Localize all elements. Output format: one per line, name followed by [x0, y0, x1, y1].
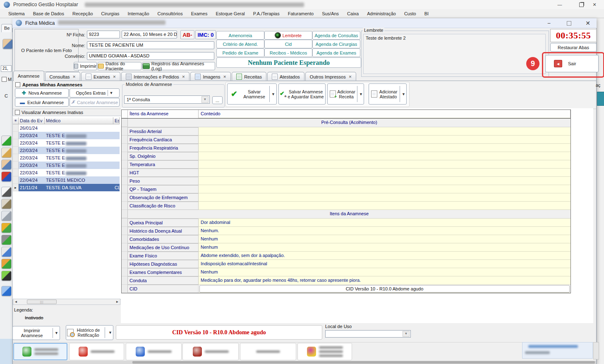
- menu-item-14[interactable]: BI: [420, 10, 433, 17]
- reminder-textbox[interactable]: Teste de lembrete 2: [363, 34, 546, 74]
- dados-do-paciente-button[interactable]: Dados do Paciente: [98, 62, 141, 70]
- menu-item-2[interactable]: Recepção: [68, 10, 97, 17]
- grid-item-content[interactable]: Nenhum: [199, 243, 570, 252]
- notes-icon[interactable]: [1, 187, 12, 197]
- ficha-close-button[interactable]: ✕: [582, 19, 594, 27]
- row-selector[interactable]: [13, 124, 19, 132]
- grid-item-label[interactable]: Hipóteses Diagnósticas: [128, 260, 199, 268]
- grid-item-content[interactable]: CID Versão 10 - R10.0 Abdome agudo: [199, 285, 570, 293]
- anamnese-list-row[interactable]: 22/03/24TESTE E: [13, 139, 120, 147]
- quick-button-cid[interactable]: Cid: [264, 40, 312, 48]
- search-compass-icon[interactable]: [1, 271, 12, 281]
- taskbar-item-3[interactable]: [126, 343, 182, 360]
- grid-row[interactable]: Classificação de Risco: [122, 202, 570, 210]
- row-selector[interactable]: [13, 162, 19, 169]
- grid-item-label[interactable]: Exame Físico: [128, 252, 199, 260]
- registros-anamneses-button[interactable]: Registros das Anamneses (Log): [142, 62, 215, 70]
- row-selector[interactable]: [13, 147, 19, 154]
- statistics-pie-icon[interactable]: [1, 223, 12, 233]
- row-selector[interactable]: [13, 154, 19, 162]
- menu-item-5[interactable]: Consultórios: [153, 10, 187, 17]
- convenio-field[interactable]: UNIMED GOIANIA - ASDASD: [87, 52, 214, 60]
- grid-item-label[interactable]: Comorbidades: [128, 235, 199, 243]
- tab-internacoes-e-pedidos[interactable]: Internações e Pedidos✕: [121, 72, 189, 81]
- grid-item-label[interactable]: Conduta: [128, 276, 199, 285]
- tab-anamnese[interactable]: Anamnese: [13, 71, 44, 81]
- imprimir-anamnese-button[interactable]: Imprimir Anamnese ▼: [12, 326, 60, 340]
- grid-item-label[interactable]: Queixa Principal: [128, 219, 199, 227]
- row-selector[interactable]: ▸: [13, 184, 19, 191]
- grid-row[interactable]: ComorbidadesNenhum: [122, 235, 570, 243]
- tab-consultas[interactable]: Consultas✕: [45, 72, 80, 81]
- ficha-maximize-button[interactable]: [563, 19, 575, 27]
- grid-item-content[interactable]: [199, 152, 570, 160]
- menu-item-10[interactable]: Sus/Ans: [318, 10, 343, 17]
- grid-row[interactable]: Temperatura: [122, 160, 570, 169]
- anamnese-list-row[interactable]: 22/03/24TESTE E: [13, 154, 120, 162]
- quick-button-lembrete[interactable]: Lembrete: [264, 31, 312, 40]
- grid-item-content[interactable]: Dor abdominal: [199, 219, 570, 227]
- menu-item-4[interactable]: Internação: [124, 10, 153, 17]
- background-tab[interactable]: Be: [1, 24, 12, 32]
- tab-close-icon[interactable]: ✕: [349, 75, 352, 79]
- anamnese-list-row[interactable]: 26/01/24: [13, 124, 120, 132]
- taskbar-item-2[interactable]: [69, 343, 124, 360]
- date-column-header[interactable]: Data do Ev: [19, 117, 45, 124]
- modelo-combobox[interactable]: 1ª Consulta▼: [124, 95, 210, 104]
- person-icon[interactable]: [2, 39, 13, 49]
- grid-row[interactable]: CondutaMedicação para dor, aguardar pelo…: [122, 276, 570, 285]
- grid-row[interactable]: QP - Triagem: [122, 185, 570, 193]
- menu-item-13[interactable]: Custo: [400, 10, 420, 17]
- row-selector[interactable]: [13, 132, 19, 139]
- grid-item-content[interactable]: [199, 144, 570, 152]
- edit-pencil-icon[interactable]: [1, 247, 12, 257]
- grid-row[interactable]: Peso: [122, 177, 570, 185]
- opcoes-extras-button[interactable]: Opções Extras▼: [70, 88, 120, 98]
- grid-row[interactable]: Exames ComplementaresNenhum: [122, 268, 570, 276]
- close-button[interactable]: ✕: [587, 0, 602, 9]
- anamnese-list-row[interactable]: 22/04/24TESTE01 MEDICO: [13, 176, 120, 184]
- local-de-uso-combobox[interactable]: ▼: [325, 330, 411, 338]
- grid-item-content[interactable]: [199, 169, 570, 177]
- cancelar-anamnese-button[interactable]: ✗Cancelar Anamnese: [70, 98, 120, 107]
- grid-item-content[interactable]: Abdome extendido, sem dor à apalpação.: [199, 252, 570, 260]
- taskbar-vscrollbar[interactable]: [593, 342, 599, 359]
- quick-button-agenda-de-cirurgias[interactable]: Agenda de Cirurgias: [312, 40, 360, 48]
- grid-item-content[interactable]: Medicação para dor, aguardar pelo menos …: [199, 276, 570, 285]
- imprimir-button[interactable]: Imprimir: [74, 62, 97, 70]
- taskbar-item-5[interactable]: [240, 343, 296, 360]
- anamnese-list-row[interactable]: 22/03/24TESTE E: [13, 169, 120, 176]
- tab-imagens[interactable]: Imagens✕: [190, 72, 231, 81]
- grid-row[interactable]: Sp. Oxigênio: [122, 152, 570, 160]
- grid-row[interactable]: Frequência Cardíaca: [122, 136, 570, 144]
- grid-item-label[interactable]: CID: [128, 285, 199, 293]
- row-selector[interactable]: [13, 176, 19, 184]
- row-selector[interactable]: [13, 139, 19, 147]
- ficha-minimize-button[interactable]: –: [543, 19, 555, 27]
- nova-anamnese-button[interactable]: ✚Nova Anamnese: [15, 88, 69, 98]
- anamnese-list-row[interactable]: 22/03/24TESTE E: [13, 147, 120, 154]
- esp-column-header[interactable]: Esp: [113, 117, 120, 124]
- grid-row[interactable]: CIDCID Versão 10 - R10.0 Abdome agudo: [122, 285, 570, 293]
- quick-button-amenorreia[interactable]: Amenorreia: [216, 31, 264, 40]
- anamnese-list-row[interactable]: ▸21/11/24TESTE DA SILVACLI: [13, 184, 120, 191]
- grid-item-label[interactable]: Exames Complementares: [128, 268, 199, 276]
- grid-row[interactable]: Observação de Enfermagem: [122, 193, 570, 202]
- historico-retificacao-button[interactable]: Histórico de Retificação ▼: [66, 325, 113, 340]
- grid-row[interactable]: HGT: [122, 169, 570, 177]
- grid-item-label[interactable]: HGT: [128, 169, 199, 177]
- tab-receitas[interactable]: Receitas: [232, 72, 266, 81]
- minimize-button[interactable]: —: [553, 0, 567, 9]
- inativas-checkbox[interactable]: [15, 110, 20, 115]
- grid-row[interactable]: Exame FísicoAbdome extendido, sem dor à …: [122, 252, 570, 260]
- grid-row[interactable]: Queixa PrincipalDor abdominal: [122, 219, 570, 227]
- grid-item-content[interactable]: [199, 177, 570, 185]
- doctor-icon[interactable]: [1, 159, 12, 170]
- patient-name-field[interactable]: TESTE DE PACIENTE UM: [87, 41, 214, 49]
- ficha-number-field[interactable]: 9223: [87, 31, 120, 38]
- menu-item-7[interactable]: Estoque Geral: [211, 10, 249, 17]
- only-mine-checkbox[interactable]: [15, 82, 20, 87]
- grid-item-content[interactable]: [199, 127, 570, 136]
- menu-item-12[interactable]: Administração: [363, 10, 400, 17]
- quick-button-criterio-de-atend[interactable]: Critério de Atend.: [216, 40, 264, 48]
